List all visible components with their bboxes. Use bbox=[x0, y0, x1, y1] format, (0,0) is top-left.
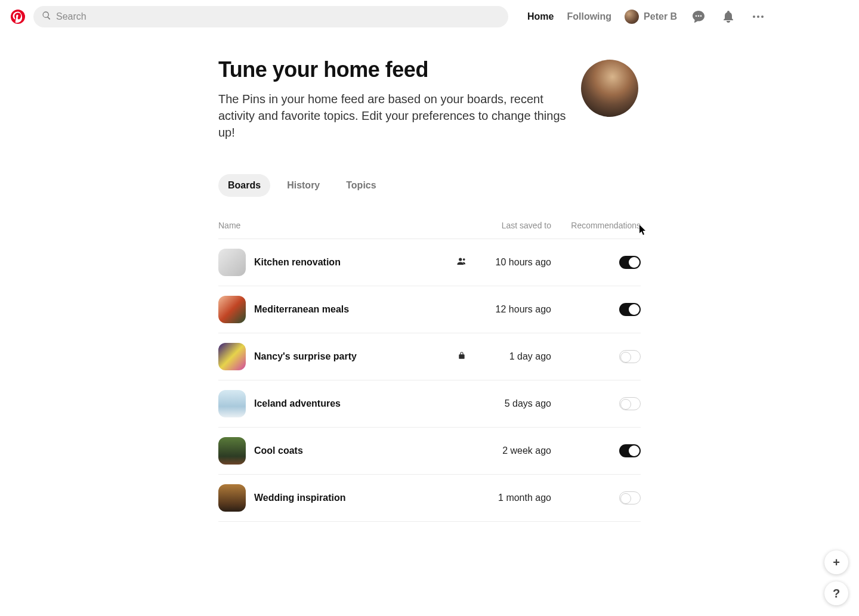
board-thumb[interactable] bbox=[218, 437, 246, 465]
column-name: Name bbox=[218, 221, 450, 230]
search-box[interactable] bbox=[33, 6, 508, 27]
lock-icon bbox=[458, 351, 466, 362]
pinterest-logo[interactable] bbox=[10, 8, 26, 25]
table-row: Nancy's surprise party 1 day ago bbox=[218, 333, 641, 380]
column-last-saved: Last saved to bbox=[474, 221, 551, 230]
bell-icon bbox=[721, 10, 736, 24]
table-row: Kitchen renovation 10 hours ago bbox=[218, 239, 641, 286]
board-last-saved: 12 hours ago bbox=[474, 304, 551, 315]
shared-icon bbox=[456, 256, 467, 269]
messages-button[interactable] bbox=[690, 8, 707, 25]
tab-history[interactable]: History bbox=[277, 174, 329, 197]
board-thumb[interactable] bbox=[218, 343, 246, 370]
tabs: Boards History Topics bbox=[218, 174, 641, 197]
recommendations-toggle[interactable] bbox=[619, 397, 641, 410]
recommendations-toggle[interactable] bbox=[619, 256, 641, 269]
page-description: The Pins in your home feed are based on … bbox=[218, 91, 567, 141]
board-name[interactable]: Iceland adventures bbox=[254, 398, 341, 409]
svg-point-4 bbox=[459, 258, 462, 261]
board-last-saved: 2 week ago bbox=[474, 445, 551, 456]
svg-point-2 bbox=[757, 16, 759, 18]
table-row: Iceland adventures 5 days ago bbox=[218, 380, 641, 428]
plus-icon: + bbox=[833, 556, 840, 569]
svg-point-3 bbox=[761, 16, 764, 18]
recommendations-toggle[interactable] bbox=[619, 350, 641, 363]
board-thumb[interactable] bbox=[218, 296, 246, 323]
pinterest-icon bbox=[11, 10, 25, 24]
board-last-saved: 1 day ago bbox=[474, 351, 551, 362]
profile-avatar[interactable] bbox=[581, 60, 638, 117]
chat-icon bbox=[691, 10, 706, 24]
tab-topics[interactable]: Topics bbox=[336, 174, 385, 197]
board-last-saved: 5 days ago bbox=[474, 398, 551, 409]
recommendations-toggle[interactable] bbox=[619, 491, 641, 504]
board-name[interactable]: Kitchen renovation bbox=[254, 257, 341, 268]
notifications-button[interactable] bbox=[720, 8, 737, 25]
board-last-saved: 10 hours ago bbox=[474, 257, 551, 268]
column-recommendations: Recommendations bbox=[551, 221, 641, 230]
table-row: Mediterranean meals 12 hours ago bbox=[218, 286, 641, 333]
board-name[interactable]: Nancy's surprise party bbox=[254, 351, 357, 362]
board-name[interactable]: Wedding inspiration bbox=[254, 493, 345, 503]
board-name[interactable]: Mediterranean meals bbox=[254, 304, 349, 315]
nav-home[interactable]: Home bbox=[527, 11, 554, 22]
table-row: Wedding inspiration 1 month ago bbox=[218, 475, 641, 522]
recommendations-toggle[interactable] bbox=[619, 444, 641, 457]
svg-point-5 bbox=[463, 258, 465, 261]
nav-following[interactable]: Following bbox=[567, 11, 611, 22]
search-icon bbox=[42, 11, 51, 23]
tab-boards[interactable]: Boards bbox=[218, 174, 270, 197]
add-fab[interactable]: + bbox=[824, 550, 848, 569]
page-title: Tune your home feed bbox=[218, 57, 567, 82]
board-last-saved: 1 month ago bbox=[474, 493, 551, 503]
search-input[interactable] bbox=[56, 11, 500, 22]
board-thumb[interactable] bbox=[218, 390, 246, 417]
board-thumb[interactable] bbox=[218, 249, 246, 276]
more-button[interactable] bbox=[750, 8, 767, 25]
table-row: Cool coats 2 week ago bbox=[218, 428, 641, 475]
recommendations-toggle[interactable] bbox=[619, 303, 641, 316]
user-name: Peter B bbox=[644, 11, 677, 22]
board-name[interactable]: Cool coats bbox=[254, 445, 303, 456]
board-thumb[interactable] bbox=[218, 484, 246, 512]
svg-point-1 bbox=[753, 16, 755, 18]
ellipsis-icon bbox=[751, 10, 765, 24]
user-menu[interactable]: Peter B bbox=[625, 10, 677, 24]
avatar-icon bbox=[625, 10, 639, 24]
